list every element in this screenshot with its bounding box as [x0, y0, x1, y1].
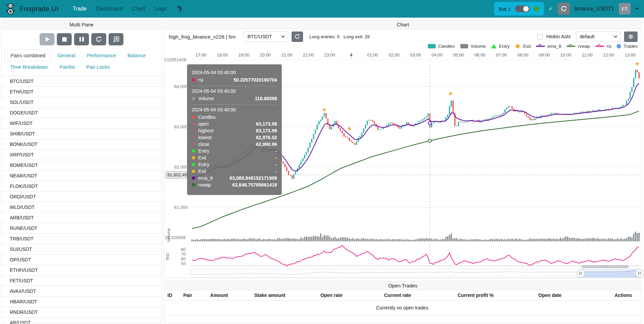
datazoom-slider[interactable]: [190, 269, 639, 278]
trades-legend-marker: [617, 44, 621, 48]
svg-text:03:00: 03:00: [410, 52, 421, 58]
pause-button[interactable]: [74, 33, 89, 45]
heikin-ashi-checkbox[interactable]: [537, 34, 543, 40]
svg-text:02:00: 02:00: [389, 52, 400, 58]
legend-label: Trades: [623, 44, 638, 49]
tab-time-breakdown[interactable]: Time Breakdown: [4, 61, 54, 72]
bot-online-dot: [534, 6, 539, 12]
play-button[interactable]: [40, 33, 54, 45]
pair-list-item[interactable]: AR/USDT: [2, 318, 161, 324]
brand[interactable]: Freqtrade UI: [5, 3, 59, 15]
chevron-down-icon: [614, 34, 617, 38]
chart-legend: CandlesVolumeEntryExitema_8rvwaprsiTrade…: [428, 43, 638, 49]
legend-item-trades[interactable]: Trades: [617, 44, 638, 49]
tooltip-row: Exit-: [192, 168, 277, 174]
svg-text:09:00: 09:00: [539, 52, 550, 58]
pair-list-item[interactable]: SUI/USDT: [2, 244, 161, 255]
pair-list-item[interactable]: TRB/USDT: [2, 234, 161, 244]
nav-link-logs[interactable]: Logs: [155, 6, 166, 12]
stop-icon: [62, 37, 67, 42]
scrollbar-thumb[interactable]: [581, 265, 629, 268]
robot-logo-icon: [5, 3, 16, 15]
theme-moon-icon[interactable]: [176, 6, 182, 12]
svg-text:10:00: 10:00: [560, 52, 571, 58]
pause-icon: [79, 37, 84, 42]
tab-balance[interactable]: Balance: [122, 50, 152, 61]
pair-list-item[interactable]: FLOKI/USDT: [2, 181, 161, 192]
pair-list-item[interactable]: WLD/USDT: [2, 202, 161, 213]
pair-list-item[interactable]: XRP/USDT: [2, 150, 161, 160]
pair-list-item[interactable]: OP/USDT: [2, 255, 161, 265]
pair-list-item[interactable]: ORDI/USDT: [2, 192, 161, 202]
bot-name: binance_USDT1: [575, 6, 614, 12]
rsi-legend-marker: [595, 44, 604, 48]
datazoom-handle-right[interactable]: [635, 269, 644, 278]
column-header-id: ID: [164, 290, 181, 301]
caret-down-icon[interactable]: [635, 8, 639, 10]
svg-text:21:00: 21:00: [281, 52, 293, 58]
svg-text:13:00: 13:00: [625, 52, 636, 58]
pair-list-item[interactable]: ETHFI/USDT: [2, 265, 161, 276]
pair-list-item[interactable]: RUNE/USDT: [2, 223, 161, 234]
pair-list-item[interactable]: BTC/USDT: [2, 76, 161, 87]
nav-link-chart[interactable]: Chart: [132, 6, 145, 12]
plot-config-select[interactable]: default: [576, 31, 621, 42]
datazoom-handle-left[interactable]: [576, 269, 585, 278]
nav-link-dashboard[interactable]: Dashboard: [96, 6, 122, 12]
reload-config-button[interactable]: [91, 33, 106, 45]
legend-item-ema_8[interactable]: ema_8: [536, 44, 561, 49]
long-exit-label: Long exit: 28: [344, 34, 370, 39]
pair-list-item[interactable]: BONK/USDT: [2, 139, 161, 150]
pair-list-item[interactable]: NEAR/USDT: [2, 171, 161, 181]
refresh-button[interactable]: [558, 3, 570, 15]
bot-label: Bot 1: [499, 6, 511, 12]
legend-label: Candles: [438, 44, 455, 49]
pair-select[interactable]: BTC/USDT: [244, 31, 288, 42]
multi-pane-tabs: Pairs combined General Performance Balan…: [2, 49, 161, 76]
volume-series: [191, 232, 640, 241]
tooltip-row: rvwap62,648.75785661418: [192, 182, 277, 188]
pair-list-item[interactable]: FET/USDT: [2, 276, 161, 286]
legend-label: Exit: [523, 44, 531, 49]
avatar[interactable]: FT: [619, 3, 630, 15]
svg-text:11:00: 11:00: [582, 52, 593, 58]
legend-item-entry[interactable]: Entry: [491, 44, 510, 49]
nav-link-trade[interactable]: Trade: [73, 6, 87, 12]
legend-item-rsi[interactable]: rsi: [595, 44, 611, 49]
stop-button[interactable]: [57, 33, 72, 45]
pair-list-item[interactable]: SHIB/USDT: [2, 129, 161, 139]
column-header-open-rate: Open rate: [318, 290, 382, 301]
svg-text:04:00: 04:00: [432, 52, 443, 58]
pair-list-item[interactable]: RNDR/USDT: [2, 307, 161, 318]
chart-refresh-button[interactable]: [292, 31, 303, 42]
plot-settings-button[interactable]: [624, 31, 638, 42]
pair-list-item[interactable]: HBAR/USDT: [2, 297, 161, 307]
entry-legend-marker: [491, 44, 497, 48]
bot-toggle[interactable]: [515, 5, 530, 12]
pair-list-item[interactable]: ETH/USDT: [2, 87, 161, 97]
legend-item-volume[interactable]: Volume: [460, 44, 486, 49]
bot-selector[interactable]: Bot 1: [494, 2, 544, 16]
pair-list-item[interactable]: SOL/USDT: [2, 97, 161, 108]
tab-general[interactable]: General: [51, 50, 81, 61]
svg-text:01:00: 01:00: [367, 52, 378, 58]
tab-pairs-combined[interactable]: Pairs combined: [4, 49, 51, 61]
tab-pairlist[interactable]: Pairlist: [54, 61, 80, 72]
tab-pair-locks[interactable]: Pair Locks: [80, 61, 116, 72]
legend-item-exit[interactable]: Exit: [515, 44, 531, 49]
no-open-trades-message: Currently no open trades.: [164, 301, 642, 315]
clear-chart-button[interactable]: [109, 33, 123, 45]
datazoom-selection[interactable]: [581, 269, 640, 277]
pair-list-item[interactable]: WIF/USDT: [2, 118, 161, 129]
pair-list-item[interactable]: BOME/USDT: [2, 160, 161, 171]
tab-performance[interactable]: Performance: [81, 50, 122, 61]
multi-pane-title: Multi Pane: [2, 20, 161, 29]
chevron-down-icon: [281, 34, 285, 38]
legend-item-rvwap[interactable]: rvwap: [567, 44, 590, 49]
pair-list-item[interactable]: ARB/USDT: [2, 213, 161, 223]
pair-list-item[interactable]: AVAX/USDT: [2, 286, 161, 297]
pair-list-item[interactable]: DOGE/USDT: [2, 108, 161, 118]
pair-list: BTC/USDTETH/USDTSOL/USDTDOGE/USDTWIF/USD…: [2, 76, 161, 324]
svg-text:80: 80: [181, 247, 186, 252]
legend-item-candles[interactable]: Candles: [428, 44, 455, 49]
